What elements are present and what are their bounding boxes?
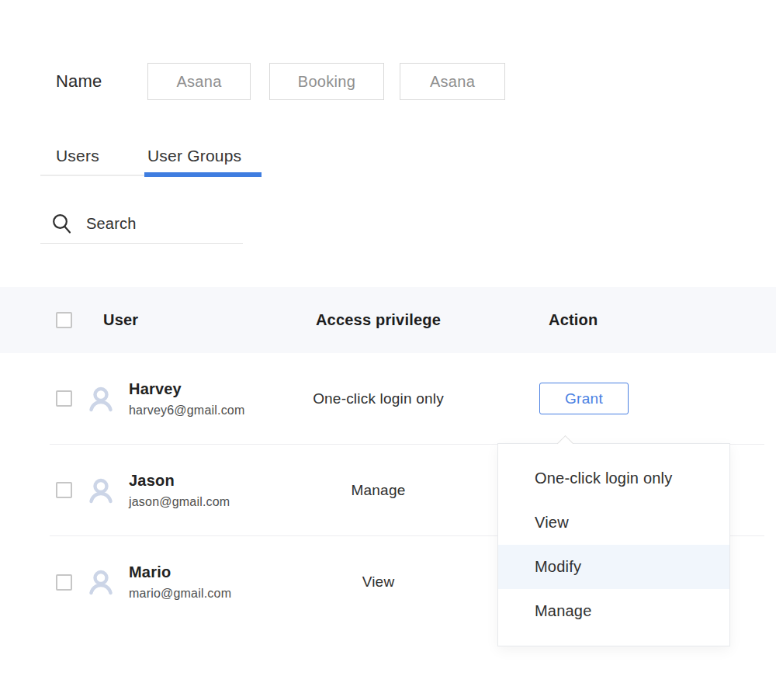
filter-chip-asana-1[interactable]: Asana: [147, 63, 251, 100]
row-checkbox[interactable]: [56, 390, 72, 407]
row-checkbox[interactable]: [56, 574, 72, 591]
user-email: mario@gmail.com: [129, 587, 231, 601]
user-name: Mario: [129, 563, 231, 581]
active-tab-indicator: [144, 172, 262, 177]
user-name: Harvey: [129, 380, 244, 398]
filter-row: Name Asana Booking Asana: [56, 63, 505, 100]
select-all-checkbox[interactable]: [56, 312, 72, 328]
dropdown-item-view[interactable]: View: [498, 501, 729, 545]
search-input[interactable]: [86, 215, 218, 233]
tab-users[interactable]: Users: [56, 147, 99, 165]
user-email: jason@gmail.com: [129, 495, 230, 509]
access-privilege-value: One-click login only: [303, 390, 454, 407]
name-label: Name: [56, 71, 147, 92]
user-email: harvey6@gmail.com: [129, 404, 244, 418]
table-row-harvey: Harvey harvey6@gmail.com One-click login…: [50, 353, 764, 445]
access-privilege-dropdown: One-click login only View Modify Manage: [497, 443, 730, 646]
grant-button[interactable]: Grant: [539, 383, 629, 414]
search-box[interactable]: [40, 205, 243, 244]
column-header-action: Action: [454, 311, 776, 329]
search-icon: [51, 213, 72, 235]
dropdown-item-modify[interactable]: Modify: [498, 545, 729, 589]
page: Name Asana Booking Asana Users User Grou…: [0, 0, 776, 700]
dropdown-item-manage[interactable]: Manage: [498, 589, 729, 633]
user-avatar-icon: [85, 383, 116, 414]
tab-divider-line: [40, 175, 144, 176]
access-privilege-value: View: [303, 574, 454, 591]
tab-user-groups[interactable]: User Groups: [147, 147, 241, 165]
filter-chip-asana-2[interactable]: Asana: [400, 63, 505, 100]
user-name: Jason: [129, 472, 230, 490]
access-privilege-value: Manage: [303, 482, 454, 499]
filter-chip-booking[interactable]: Booking: [269, 63, 384, 100]
column-header-access-privilege: Access privilege: [303, 311, 454, 329]
dropdown-item-one-click-login-only[interactable]: One-click login only: [498, 456, 729, 501]
user-avatar-icon: [85, 475, 116, 506]
user-avatar-icon: [85, 567, 116, 598]
column-header-user: User: [85, 311, 303, 329]
row-checkbox[interactable]: [56, 482, 72, 498]
table-header: User Access privilege Action: [0, 287, 776, 353]
